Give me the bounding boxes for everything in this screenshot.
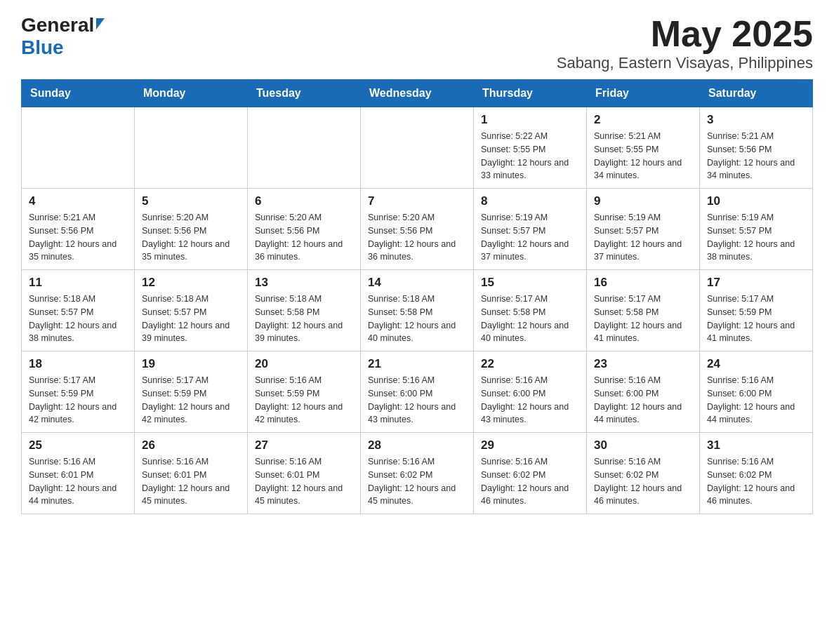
- calendar-subtitle: Sabang, Eastern Visayas, Philippines: [557, 54, 813, 72]
- cell-sun-info: Sunrise: 5:16 AMSunset: 6:01 PMDaylight:…: [142, 455, 240, 508]
- cell-sun-info: Sunrise: 5:16 AMSunset: 6:02 PMDaylight:…: [368, 455, 466, 508]
- table-row: 24Sunrise: 5:16 AMSunset: 6:00 PMDayligh…: [700, 351, 813, 433]
- cell-day-number: 5: [142, 194, 240, 208]
- cell-sun-info: Sunrise: 5:16 AMSunset: 6:02 PMDaylight:…: [707, 455, 805, 508]
- cell-day-number: 22: [481, 357, 579, 371]
- table-row: 7Sunrise: 5:20 AMSunset: 5:56 PMDaylight…: [361, 189, 474, 270]
- cell-sun-info: Sunrise: 5:17 AMSunset: 5:59 PMDaylight:…: [142, 374, 240, 427]
- logo-triangle-icon: [96, 18, 105, 29]
- table-row: 17Sunrise: 5:17 AMSunset: 5:59 PMDayligh…: [700, 270, 813, 351]
- table-row: 9Sunrise: 5:19 AMSunset: 5:57 PMDaylight…: [587, 189, 700, 270]
- cell-day-number: 2: [594, 113, 692, 127]
- table-row: 19Sunrise: 5:17 AMSunset: 5:59 PMDayligh…: [135, 351, 248, 433]
- table-row: [248, 107, 361, 189]
- cell-day-number: 20: [255, 357, 353, 371]
- cell-sun-info: Sunrise: 5:20 AMSunset: 5:56 PMDaylight:…: [368, 211, 466, 264]
- cell-day-number: 28: [368, 438, 466, 452]
- cell-day-number: 1: [481, 113, 579, 127]
- col-wednesday: Wednesday: [361, 80, 474, 107]
- cell-day-number: 6: [255, 194, 353, 208]
- cell-sun-info: Sunrise: 5:17 AMSunset: 5:58 PMDaylight:…: [481, 293, 579, 345]
- calendar-week-row: 25Sunrise: 5:16 AMSunset: 6:01 PMDayligh…: [22, 433, 813, 514]
- calendar-week-row: 11Sunrise: 5:18 AMSunset: 5:57 PMDayligh…: [22, 270, 813, 351]
- cell-day-number: 15: [481, 276, 579, 290]
- cell-sun-info: Sunrise: 5:19 AMSunset: 5:57 PMDaylight:…: [481, 211, 579, 264]
- cell-sun-info: Sunrise: 5:20 AMSunset: 5:56 PMDaylight:…: [142, 211, 240, 264]
- cell-sun-info: Sunrise: 5:16 AMSunset: 6:01 PMDaylight:…: [29, 455, 127, 508]
- table-row: 3Sunrise: 5:21 AMSunset: 5:56 PMDaylight…: [700, 107, 813, 189]
- cell-sun-info: Sunrise: 5:21 AMSunset: 5:56 PMDaylight:…: [707, 130, 805, 182]
- cell-day-number: 3: [707, 113, 805, 127]
- calendar-table: Sunday Monday Tuesday Wednesday Thursday…: [21, 79, 813, 514]
- cell-day-number: 27: [255, 438, 353, 452]
- table-row: 22Sunrise: 5:16 AMSunset: 6:00 PMDayligh…: [474, 351, 587, 433]
- table-row: 30Sunrise: 5:16 AMSunset: 6:02 PMDayligh…: [587, 433, 700, 514]
- cell-sun-info: Sunrise: 5:18 AMSunset: 5:57 PMDaylight:…: [29, 293, 127, 345]
- col-sunday: Sunday: [22, 80, 135, 107]
- cell-day-number: 14: [368, 276, 466, 290]
- cell-sun-info: Sunrise: 5:17 AMSunset: 5:58 PMDaylight:…: [594, 293, 692, 345]
- table-row: 23Sunrise: 5:16 AMSunset: 6:00 PMDayligh…: [587, 351, 700, 433]
- table-row: [361, 107, 474, 189]
- col-friday: Friday: [587, 80, 700, 107]
- table-row: 4Sunrise: 5:21 AMSunset: 5:56 PMDaylight…: [22, 189, 135, 270]
- calendar-week-row: 18Sunrise: 5:17 AMSunset: 5:59 PMDayligh…: [22, 351, 813, 433]
- cell-day-number: 17: [707, 276, 805, 290]
- cell-day-number: 12: [142, 276, 240, 290]
- cell-sun-info: Sunrise: 5:21 AMSunset: 5:56 PMDaylight:…: [29, 211, 127, 264]
- cell-day-number: 11: [29, 276, 127, 290]
- table-row: 10Sunrise: 5:19 AMSunset: 5:57 PMDayligh…: [700, 189, 813, 270]
- cell-day-number: 4: [29, 194, 127, 208]
- cell-day-number: 21: [368, 357, 466, 371]
- cell-sun-info: Sunrise: 5:17 AMSunset: 5:59 PMDaylight:…: [29, 374, 127, 427]
- logo: General Blue: [21, 14, 105, 59]
- table-row: 18Sunrise: 5:17 AMSunset: 5:59 PMDayligh…: [22, 351, 135, 433]
- cell-day-number: 9: [594, 194, 692, 208]
- cell-sun-info: Sunrise: 5:22 AMSunset: 5:55 PMDaylight:…: [481, 130, 579, 182]
- table-row: 8Sunrise: 5:19 AMSunset: 5:57 PMDaylight…: [474, 189, 587, 270]
- table-row: 25Sunrise: 5:16 AMSunset: 6:01 PMDayligh…: [22, 433, 135, 514]
- cell-day-number: 31: [707, 438, 805, 452]
- cell-sun-info: Sunrise: 5:18 AMSunset: 5:58 PMDaylight:…: [368, 293, 466, 345]
- table-row: 29Sunrise: 5:16 AMSunset: 6:02 PMDayligh…: [474, 433, 587, 514]
- cell-day-number: 23: [594, 357, 692, 371]
- cell-day-number: 10: [707, 194, 805, 208]
- table-row: 26Sunrise: 5:16 AMSunset: 6:01 PMDayligh…: [135, 433, 248, 514]
- table-row: 27Sunrise: 5:16 AMSunset: 6:01 PMDayligh…: [248, 433, 361, 514]
- table-row: 2Sunrise: 5:21 AMSunset: 5:55 PMDaylight…: [587, 107, 700, 189]
- cell-day-number: 19: [142, 357, 240, 371]
- table-row: 1Sunrise: 5:22 AMSunset: 5:55 PMDaylight…: [474, 107, 587, 189]
- table-row: 28Sunrise: 5:16 AMSunset: 6:02 PMDayligh…: [361, 433, 474, 514]
- col-monday: Monday: [135, 80, 248, 107]
- logo-blue: Blue: [21, 36, 64, 58]
- table-row: [135, 107, 248, 189]
- table-row: 5Sunrise: 5:20 AMSunset: 5:56 PMDaylight…: [135, 189, 248, 270]
- cell-sun-info: Sunrise: 5:16 AMSunset: 6:00 PMDaylight:…: [368, 374, 466, 427]
- cell-sun-info: Sunrise: 5:16 AMSunset: 6:00 PMDaylight:…: [707, 374, 805, 427]
- cell-sun-info: Sunrise: 5:16 AMSunset: 5:59 PMDaylight:…: [255, 374, 353, 427]
- cell-day-number: 26: [142, 438, 240, 452]
- cell-sun-info: Sunrise: 5:21 AMSunset: 5:55 PMDaylight:…: [594, 130, 692, 182]
- cell-sun-info: Sunrise: 5:16 AMSunset: 6:02 PMDaylight:…: [594, 455, 692, 508]
- table-row: 20Sunrise: 5:16 AMSunset: 5:59 PMDayligh…: [248, 351, 361, 433]
- table-row: 21Sunrise: 5:16 AMSunset: 6:00 PMDayligh…: [361, 351, 474, 433]
- cell-day-number: 25: [29, 438, 127, 452]
- cell-sun-info: Sunrise: 5:20 AMSunset: 5:56 PMDaylight:…: [255, 211, 353, 264]
- logo-general: General: [21, 14, 94, 36]
- cell-sun-info: Sunrise: 5:17 AMSunset: 5:59 PMDaylight:…: [707, 293, 805, 345]
- cell-day-number: 18: [29, 357, 127, 371]
- table-row: [22, 107, 135, 189]
- cell-sun-info: Sunrise: 5:16 AMSunset: 6:01 PMDaylight:…: [255, 455, 353, 508]
- col-tuesday: Tuesday: [248, 80, 361, 107]
- cell-sun-info: Sunrise: 5:16 AMSunset: 6:00 PMDaylight:…: [594, 374, 692, 427]
- table-row: 13Sunrise: 5:18 AMSunset: 5:58 PMDayligh…: [248, 270, 361, 351]
- calendar-week-row: 4Sunrise: 5:21 AMSunset: 5:56 PMDaylight…: [22, 189, 813, 270]
- table-row: 16Sunrise: 5:17 AMSunset: 5:58 PMDayligh…: [587, 270, 700, 351]
- cell-day-number: 8: [481, 194, 579, 208]
- cell-sun-info: Sunrise: 5:18 AMSunset: 5:58 PMDaylight:…: [255, 293, 353, 345]
- table-row: 6Sunrise: 5:20 AMSunset: 5:56 PMDaylight…: [248, 189, 361, 270]
- title-block: May 2025 Sabang, Eastern Visayas, Philip…: [557, 14, 813, 72]
- cell-sun-info: Sunrise: 5:19 AMSunset: 5:57 PMDaylight:…: [707, 211, 805, 264]
- cell-sun-info: Sunrise: 5:19 AMSunset: 5:57 PMDaylight:…: [594, 211, 692, 264]
- cell-sun-info: Sunrise: 5:18 AMSunset: 5:57 PMDaylight:…: [142, 293, 240, 345]
